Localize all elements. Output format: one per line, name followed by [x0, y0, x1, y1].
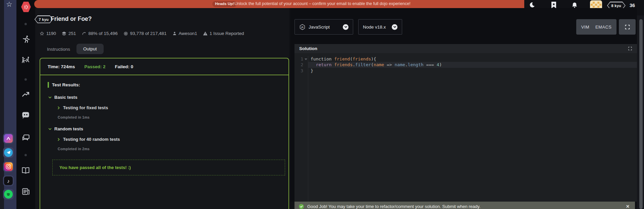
spotify-icon: [4, 190, 13, 199]
sidebar-dot: [24, 154, 27, 156]
stat-author[interactable]: Aweson1: [172, 31, 197, 36]
test-results-title: Test Results:: [48, 82, 281, 88]
notifications-bell-icon[interactable]: [571, 2, 578, 9]
runtime-label: Node v18.x: [363, 25, 386, 30]
banner-message[interactable]: Unlock the full potential of your accoun…: [234, 1, 411, 6]
svg-text:JS: JS: [301, 26, 303, 28]
time-label: Time: 724ms: [48, 64, 75, 69]
app-tile-telegram[interactable]: [3, 147, 14, 158]
codewars-kata-page: ☆ ♪: [0, 0, 644, 209]
test-item[interactable]: Testing for fixed tests: [57, 105, 281, 110]
instagram-icon: [4, 162, 13, 171]
submit-ready-banner: Good Job! You may take your time to refa…: [294, 202, 635, 209]
test-item[interactable]: Testing for 40 random tests: [57, 137, 281, 142]
star-icon: [40, 31, 44, 36]
app-tile-instagram[interactable]: [3, 161, 14, 172]
chevron-right-icon: [57, 138, 60, 141]
language-select[interactable]: JS JavaScript: [294, 19, 353, 35]
kata-title[interactable]: Friend or Foe?: [51, 15, 92, 23]
test-group-basic[interactable]: Basic tests: [48, 95, 281, 100]
arc-icon: [4, 134, 13, 143]
bookmark-icon[interactable]: [551, 2, 556, 9]
tiktok-icon: ♪: [4, 176, 13, 185]
warning-icon: [203, 31, 208, 36]
language-label: JavaScript: [309, 25, 330, 30]
code-editor[interactable]: 123 function friend(friends){ return fri…: [294, 53, 637, 202]
chevron-right-icon: [57, 106, 60, 110]
code-lines: function friend(friends){ return friends…: [308, 56, 637, 202]
layers-icon: [62, 31, 66, 36]
success-check-icon: [299, 204, 304, 209]
scrollbar-thumb[interactable]: [639, 19, 643, 209]
passed-label: Passed: 2: [85, 64, 106, 69]
submit-ready-message: Good Job! You may take your time to refa…: [307, 204, 480, 209]
user-icon: [172, 31, 177, 36]
codewars-sidebar: [16, 0, 35, 209]
kata-rank-label: 7 kyu: [35, 16, 53, 23]
app-tile-arc[interactable]: [3, 133, 14, 144]
stat-completion: 88% of 15,496: [82, 31, 118, 36]
results-accent-bar: [48, 82, 49, 88]
solution-header: Solution: [294, 44, 637, 53]
expand-icon[interactable]: [628, 46, 632, 51]
tab-instructions[interactable]: Instructions: [47, 47, 70, 52]
editor-gutter: 123: [294, 56, 308, 202]
sidebar-item-docs[interactable]: [21, 167, 30, 174]
chevron-down-icon: [392, 24, 397, 30]
kata-rank-badge: 7 kyu: [35, 15, 53, 23]
favorites-star-icon[interactable]: ☆: [6, 1, 12, 8]
target-icon: [123, 31, 128, 36]
stat-collections: 251: [62, 31, 76, 36]
solution-title: Solution: [299, 46, 317, 51]
completed-in-label: Completed in 1ms: [58, 115, 281, 119]
keymap-toggle-group: VIM EMACS: [576, 19, 616, 35]
vim-button[interactable]: VIM: [581, 25, 589, 30]
output-summary: Time: 724ms Passed: 2 Failed: 0: [40, 58, 288, 75]
tab-output[interactable]: Output: [76, 44, 104, 54]
test-group-random[interactable]: Random tests: [48, 126, 281, 131]
javascript-icon: JS: [299, 24, 306, 30]
expand-icon: [625, 24, 630, 30]
chevron-down-icon: [48, 127, 52, 131]
runtime-select[interactable]: Node v18.x: [358, 19, 402, 35]
completion-rate-icon: [82, 31, 87, 36]
close-icon[interactable]: ✕: [626, 204, 630, 209]
emacs-button[interactable]: EMACS: [595, 25, 611, 30]
chevron-down-icon: [48, 96, 52, 99]
completed-in-label: Completed in 2ms: [58, 147, 281, 151]
scrollbar-track[interactable]: [637, 15, 644, 209]
banner-badge: Heads Up!: [212, 1, 237, 7]
failed-label: Failed: 0: [115, 64, 133, 69]
stat-issues[interactable]: 1 Issue Reported: [203, 31, 244, 36]
stat-attempts: 93,778 of 217,481: [123, 31, 167, 36]
output-panel: Time: 724ms Passed: 2 Failed: 0 Test Res…: [40, 58, 289, 209]
app-tile-spotify[interactable]: [3, 189, 14, 200]
dark-mode-moon-icon[interactable]: [529, 2, 535, 8]
sidebar-item-spar[interactable]: [21, 56, 31, 65]
codewars-logo[interactable]: [21, 2, 31, 12]
app-tile-tiktok[interactable]: ♪: [3, 175, 14, 186]
browser-rail: ☆ ♪: [0, 0, 16, 209]
sidebar-dot: [24, 23, 27, 25]
all-tests-passed-message: You have passed all of the tests! :): [52, 160, 285, 175]
email-confirm-banner: Heads Up! Unlock the full potential of y…: [34, 0, 524, 8]
fullscreen-button[interactable]: [619, 19, 636, 35]
sidebar-item-blog[interactable]: [21, 187, 30, 196]
sidebar-item-leaderboard[interactable]: [21, 91, 30, 98]
chevron-down-icon: [343, 24, 348, 30]
kata-stats: 1190 251 88% of 15,496 93,778 of 217,481…: [40, 31, 244, 36]
test-results: Test Results: Basic tests Testing for fi…: [40, 75, 288, 182]
telegram-icon: [4, 148, 13, 157]
sidebar-item-chat[interactable]: [21, 134, 30, 142]
sidebar-item-train[interactable]: [21, 35, 30, 44]
honor-count[interactable]: 36: [630, 3, 635, 8]
sidebar-dot: [24, 78, 27, 81]
sidebar-item-discord[interactable]: [21, 111, 30, 119]
stat-stars: 1190: [40, 31, 56, 36]
